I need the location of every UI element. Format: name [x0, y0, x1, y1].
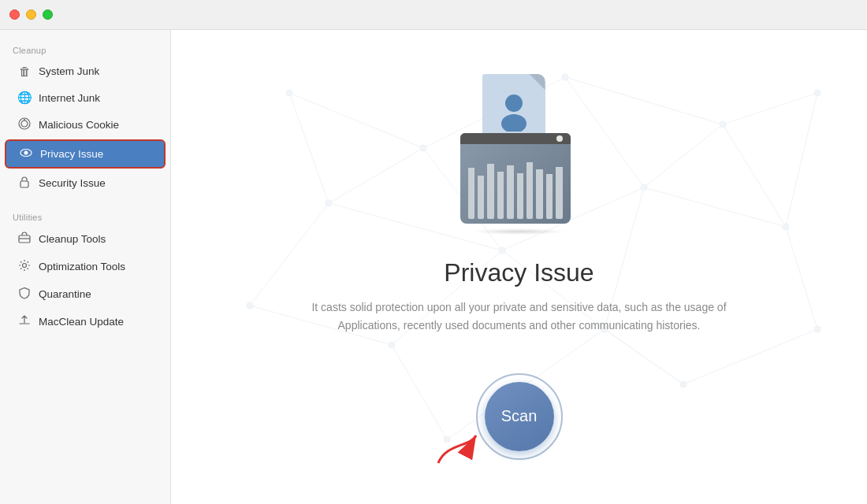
svg-point-2 — [24, 119, 25, 120]
sidebar-item-security-issue[interactable]: Security Issue — [5, 170, 166, 196]
svg-point-38 — [814, 90, 820, 96]
sidebar-item-label: Quarantine — [39, 288, 91, 300]
svg-line-32 — [392, 345, 447, 439]
svg-point-34 — [286, 90, 292, 96]
titlebar — [0, 0, 867, 30]
svg-line-19 — [289, 93, 329, 203]
sidebar-item-label: Cleanup Tools — [39, 233, 106, 245]
trash-icon: 🗑 — [17, 65, 32, 78]
scan-button[interactable]: Scan — [485, 382, 554, 451]
svg-point-50 — [501, 114, 527, 132]
scan-area: Scan — [476, 373, 563, 460]
main-content: Privacy Issue It casts solid protection … — [171, 30, 867, 504]
cookie-icon — [17, 117, 32, 132]
minimize-button[interactable] — [26, 9, 36, 20]
shredder-illustration — [460, 74, 579, 235]
sidebar-item-internet-junk[interactable]: 🌐 Internet Junk — [5, 85, 166, 110]
sidebar-item-macclean-update[interactable]: MacClean Update — [5, 309, 166, 335]
sidebar-item-label: Optimization Tools — [39, 261, 125, 272]
svg-rect-5 — [20, 181, 28, 187]
svg-point-46 — [814, 326, 820, 332]
svg-point-42 — [326, 200, 332, 206]
arrow-indicator — [430, 428, 486, 474]
svg-point-4 — [24, 151, 28, 155]
svg-line-11 — [565, 77, 723, 124]
svg-line-14 — [786, 93, 817, 227]
utilities-section-label: Utilities — [0, 208, 170, 225]
sidebar-item-label: Internet Junk — [39, 92, 100, 104]
svg-line-27 — [644, 187, 786, 227]
sidebar-item-optimization-tools[interactable]: Optimization Tools — [5, 254, 166, 280]
svg-point-49 — [505, 94, 523, 112]
app-window: Cleanup 🗑 System Junk 🌐 Internet Junk Ma… — [0, 30, 867, 504]
sidebar-item-quarantine[interactable]: Quarantine — [5, 281, 166, 307]
cleanup-section-label: Cleanup — [0, 41, 170, 58]
sidebar: Cleanup 🗑 System Junk 🌐 Internet Junk Ma… — [0, 30, 171, 504]
sidebar-item-label: Privacy Issue — [40, 148, 103, 160]
svg-line-13 — [723, 124, 786, 227]
shredder-body — [460, 133, 571, 224]
svg-line-20 — [329, 148, 423, 203]
svg-point-40 — [641, 184, 647, 191]
person-silhouette — [498, 92, 530, 138]
sidebar-item-label: Malicious Cookie — [39, 119, 119, 131]
sidebar-item-malicious-cookie[interactable]: Malicious Cookie — [5, 112, 166, 138]
shredder-strips — [468, 165, 563, 224]
svg-line-16 — [644, 124, 723, 187]
content-area: Privacy Issue It casts solid protection … — [291, 258, 748, 334]
scan-button-ring: Scan — [476, 373, 563, 460]
svg-point-1 — [21, 120, 28, 127]
svg-point-44 — [389, 342, 395, 348]
lock-icon — [17, 176, 32, 191]
globe-icon: 🌐 — [17, 91, 32, 105]
sidebar-item-system-junk[interactable]: 🗑 System Junk — [5, 59, 166, 83]
page-title: Privacy Issue — [291, 258, 748, 287]
svg-point-41 — [499, 247, 505, 254]
close-button[interactable] — [9, 9, 20, 20]
sidebar-item-label: MacClean Update — [39, 316, 124, 328]
svg-point-39 — [783, 224, 789, 230]
page-description: It casts solid protection upon all your … — [291, 298, 748, 334]
upload-icon — [17, 314, 32, 329]
svg-point-47 — [680, 381, 687, 387]
svg-point-37 — [720, 121, 726, 128]
shield-icon — [17, 287, 32, 302]
shredder-slot — [460, 133, 571, 144]
maximize-button[interactable] — [43, 9, 53, 20]
svg-point-8 — [23, 264, 27, 268]
svg-point-35 — [420, 145, 426, 151]
svg-point-43 — [247, 302, 253, 309]
sidebar-item-privacy-issue[interactable]: Privacy Issue — [5, 139, 166, 169]
eye-icon — [19, 146, 33, 161]
shredder-indicator — [556, 135, 563, 142]
sidebar-item-label: System Junk — [39, 65, 99, 77]
gear-icon — [17, 259, 32, 274]
svg-line-28 — [786, 227, 817, 329]
sidebar-item-label: Security Issue — [39, 177, 106, 189]
toolbox-icon — [17, 232, 32, 246]
svg-line-12 — [723, 93, 817, 124]
svg-line-29 — [683, 329, 817, 384]
sidebar-item-cleanup-tools[interactable]: Cleanup Tools — [5, 226, 166, 252]
svg-line-9 — [289, 93, 423, 148]
svg-line-31 — [605, 329, 683, 384]
